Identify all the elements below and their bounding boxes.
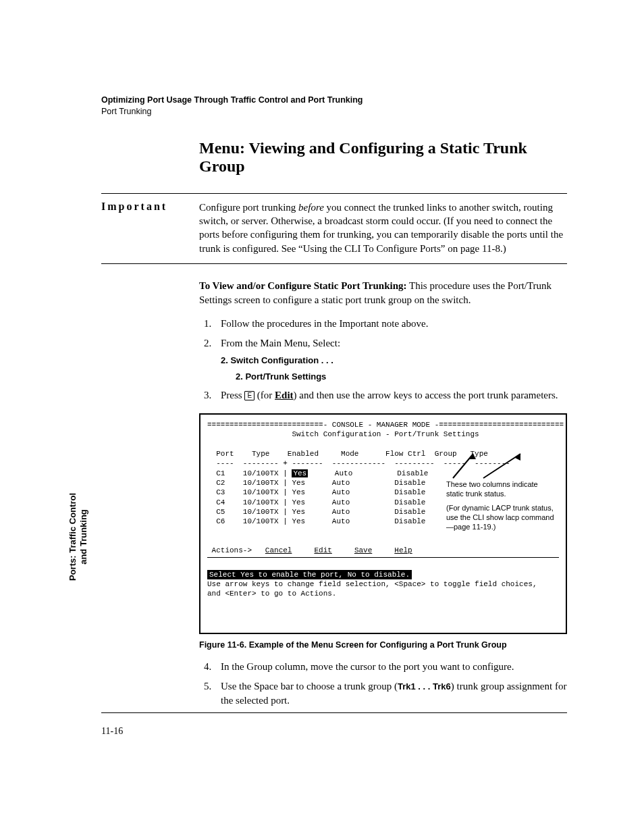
keycap-e: E [244,391,254,400]
important-text: Configure port trunking before you conne… [199,201,567,255]
svg-line-0 [453,454,473,478]
step-4: In the Group column, move the cursor to … [214,660,567,674]
step-1: Follow the procedures in the Important n… [214,317,567,331]
steps-list-cont: In the Group column, move the cursor to … [199,660,567,708]
step-5: Use the Space bar to choose a trunk grou… [214,679,567,708]
side-tab: Ports: Traffic Control and Trunking [68,486,90,588]
figure-callout: These two columns indicate static trunk … [446,479,556,531]
head-subtitle: Port Trunking [101,107,151,116]
body-column: To View and/or Configure Static Port Tru… [199,279,567,708]
footer-rule [101,712,567,713]
page-content: Optimizing Port Usage Through Traffic Co… [101,95,567,719]
important-note: Important Configure port trunking before… [101,193,567,264]
menu-path-2: 2. Port/Trunk Settings [236,371,567,383]
step-2: From the Main Menu, Select: 2. Switch Co… [214,336,567,383]
important-label: Important [101,201,199,255]
callout-arrows [446,450,556,481]
step-3: Press E (for Edit) and then use the arro… [214,388,567,402]
page-number: 11-16 [101,726,123,737]
section-title: Menu: Viewing and Configuring a Static T… [199,139,567,176]
running-head: Optimizing Port Usage Through Traffic Co… [101,95,567,118]
head-title: Optimizing Port Usage Through Traffic Co… [101,95,363,105]
steps-list: Follow the procedures in the Important n… [199,317,567,402]
menu-path-1: 2. Switch Configuration . . . [221,355,567,367]
intro-para: To View and/or Configure Static Port Tru… [199,279,567,307]
console-figure: ==========================- CONSOLE - MA… [199,413,567,634]
figure-caption: Figure 11-6. Example of the Menu Screen … [199,640,567,652]
svg-line-2 [483,454,520,478]
